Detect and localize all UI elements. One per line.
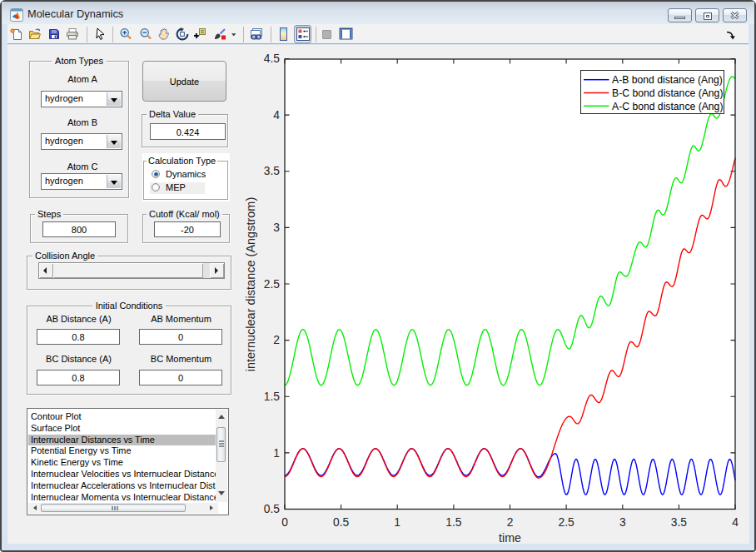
svg-text:internuclear distance (Angstro: internuclear distance (Angstrom) [244,197,257,372]
svg-text:4.5: 4.5 [264,52,281,65]
svg-text:3.5: 3.5 [264,165,281,177]
svg-text:2: 2 [273,334,280,346]
svg-text:time: time [499,531,521,545]
svg-text:B-C bond distance (Ang): B-C bond distance (Ang) [612,87,723,99]
svg-text:A-B bond distance (Ang): A-B bond distance (Ang) [612,74,723,86]
svg-text:1.5: 1.5 [445,516,462,529]
svg-text:0.5: 0.5 [333,516,350,529]
svg-text:4: 4 [732,516,739,529]
svg-text:0.5: 0.5 [264,503,281,515]
svg-text:A-C bond distance (Ang): A-C bond distance (Ang) [612,101,723,112]
svg-text:2.5: 2.5 [264,278,281,291]
svg-text:0: 0 [281,516,288,529]
svg-text:1.5: 1.5 [264,390,281,403]
svg-text:1: 1 [394,516,400,529]
svg-text:4: 4 [273,109,280,122]
svg-text:2.5: 2.5 [559,516,575,529]
svg-text:3.5: 3.5 [671,516,688,529]
svg-text:3: 3 [273,221,280,234]
svg-text:3: 3 [619,516,626,529]
svg-text:1: 1 [273,447,280,460]
svg-text:2: 2 [507,516,514,529]
